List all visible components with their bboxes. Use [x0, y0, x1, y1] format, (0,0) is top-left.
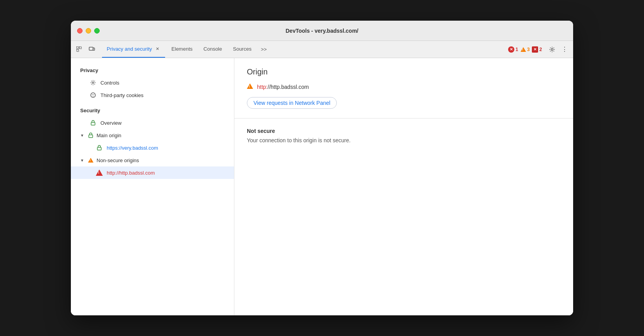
svg-rect-3 — [89, 47, 93, 50]
tab-elements[interactable]: Elements — [167, 41, 197, 58]
close-button[interactable] — [77, 28, 83, 34]
sidebar-item-overview[interactable]: Overview — [71, 117, 234, 129]
https-very-badssl-label: https://very.badssl.com — [107, 145, 158, 151]
traffic-lights — [77, 28, 100, 34]
info-count: 2 — [539, 47, 542, 52]
device-toolbar-icon[interactable] — [86, 44, 97, 55]
svg-rect-1 — [79, 47, 81, 49]
svg-rect-12 — [89, 135, 93, 138]
svg-point-5 — [551, 48, 553, 50]
window-title: DevTools - very.badssl.com/ — [286, 28, 359, 34]
lock-green-sub-icon — [96, 144, 103, 151]
tab-privacy-security-close[interactable]: ✕ — [154, 46, 160, 52]
svg-point-7 — [91, 93, 95, 97]
svg-point-9 — [93, 94, 94, 95]
svg-rect-13 — [97, 147, 101, 150]
svg-rect-11 — [91, 122, 95, 125]
error-badge[interactable]: ✕ 1 — [508, 46, 518, 53]
tab-privacy-security[interactable]: Privacy and security ✕ — [102, 41, 165, 58]
svg-rect-2 — [77, 50, 79, 51]
sidebar-item-third-party-cookies[interactable]: Third-party cookies — [71, 89, 234, 101]
privacy-section-header: Privacy — [71, 64, 234, 76]
panel-divider — [234, 118, 573, 118]
tab-elements-label: Elements — [171, 46, 192, 52]
tab-console-label: Console — [204, 46, 222, 52]
devtools-window: DevTools - very.badssl.com/ — [71, 21, 573, 315]
tab-privacy-security-label: Privacy and security — [107, 46, 152, 52]
expand-main-origin-arrow: ▼ — [80, 133, 85, 138]
sidebar-item-https-very-badssl[interactable]: https://very.badssl.com — [71, 141, 234, 154]
view-network-panel-button[interactable]: View requests in Network Panel — [247, 97, 337, 109]
warning-badge[interactable]: 3 — [521, 47, 530, 52]
main-panel: Origin http://http.badssl.com View reque… — [234, 58, 573, 315]
origin-url-rest: //http.badssl.com — [267, 84, 309, 90]
more-options-button[interactable]: ⋮ — [559, 44, 570, 55]
sidebar-item-non-secure-origins[interactable]: ▼ Non-secure origins — [71, 154, 234, 166]
warning-triangle-icon — [521, 47, 526, 52]
tab-sources[interactable]: Sources — [228, 41, 256, 58]
info-badge[interactable]: ✕ 2 — [532, 46, 542, 53]
tab-sources-label: Sources — [233, 46, 252, 52]
overview-label: Overview — [100, 120, 121, 126]
warning-red-icon — [96, 169, 103, 176]
sidebar: Privacy Controls — [71, 58, 234, 315]
svg-rect-0 — [77, 47, 79, 49]
warning-count: 3 — [527, 47, 530, 52]
sidebar-item-controls[interactable]: Controls — [71, 76, 234, 89]
svg-rect-4 — [93, 48, 95, 50]
http-badssl-label: http://http.badssl.com — [107, 170, 155, 176]
origin-row: http://http.badssl.com — [247, 83, 561, 91]
origin-title: Origin — [247, 67, 561, 76]
more-tabs-button[interactable]: >> — [258, 46, 270, 52]
devtools-tabs: Privacy and security ✕ Elements Console … — [71, 41, 573, 58]
tab-icons — [74, 44, 97, 55]
titlebar: DevTools - very.badssl.com/ — [71, 21, 573, 41]
origin-url-scheme: http: — [257, 84, 267, 90]
sidebar-item-main-origin[interactable]: ▼ Main origin — [71, 129, 234, 141]
origin-url: http://http.badssl.com — [257, 84, 309, 90]
sidebar-item-http-badssl[interactable]: http://http.badssl.com — [71, 166, 234, 179]
select-element-icon[interactable] — [74, 44, 85, 55]
non-secure-origins-label: Non-secure origins — [97, 157, 139, 163]
controls-label: Controls — [100, 80, 119, 86]
header-badges: ✕ 1 3 ✕ 2 — [508, 46, 542, 53]
security-section-header: Security — [71, 104, 234, 117]
cookie-icon — [90, 92, 97, 99]
expand-non-secure-arrow: ▼ — [80, 158, 85, 163]
minimize-button[interactable] — [86, 28, 91, 34]
origin-warning-icon — [247, 83, 253, 91]
lock-green-main-origin-icon — [87, 132, 94, 139]
not-secure-title: Not secure — [247, 128, 561, 134]
error-circle-icon: ✕ — [508, 46, 514, 53]
third-party-cookies-label: Third-party cookies — [100, 92, 144, 98]
main-origin-label: Main origin — [97, 133, 121, 138]
lock-green-icon — [90, 119, 97, 126]
settings-button[interactable] — [547, 44, 558, 55]
devtools-content: Privacy Controls — [71, 58, 573, 315]
error-count: 1 — [516, 47, 518, 52]
warning-icon-non-secure — [87, 157, 94, 164]
view-network-panel-label: View requests in Network Panel — [253, 100, 330, 106]
not-secure-desc: Your connection to this origin is not se… — [247, 137, 561, 143]
svg-point-8 — [92, 94, 93, 95]
devtools-body: Privacy and security ✕ Elements Console … — [71, 41, 573, 315]
tab-console[interactable]: Console — [199, 41, 227, 58]
svg-point-6 — [92, 82, 94, 83]
info-square-icon: ✕ — [532, 46, 538, 53]
svg-point-10 — [93, 96, 93, 97]
maximize-button[interactable] — [94, 28, 100, 34]
gear-icon — [90, 79, 97, 86]
